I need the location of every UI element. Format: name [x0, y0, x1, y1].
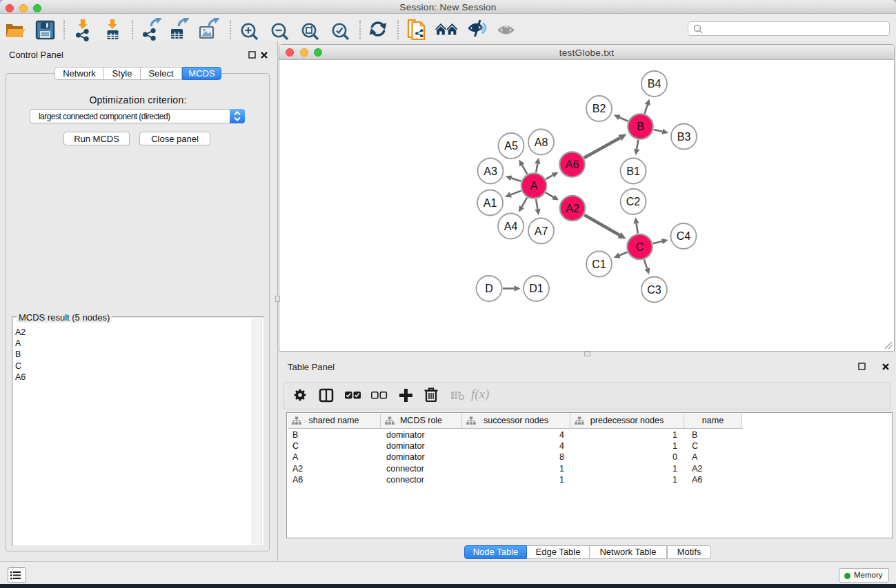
svg-text:A6: A6	[566, 159, 579, 170]
svg-text:A2: A2	[566, 203, 579, 214]
svg-text:B3: B3	[677, 131, 691, 143]
svg-text:A7: A7	[535, 225, 548, 237]
svg-text:C3: C3	[647, 284, 661, 296]
svg-text:A: A	[530, 180, 538, 192]
svg-text:C1: C1	[592, 258, 606, 270]
svg-text:B4: B4	[648, 78, 661, 90]
svg-text:A8: A8	[535, 136, 548, 148]
svg-text:A4: A4	[504, 221, 518, 232]
svg-text:C: C	[636, 241, 644, 253]
svg-text:D1: D1	[529, 283, 544, 294]
svg-text:D: D	[485, 283, 493, 294]
svg-text:B2: B2	[593, 103, 606, 114]
svg-text:C4: C4	[677, 230, 691, 242]
svg-text:f(x): f(x)	[471, 387, 489, 402]
svg-text:B: B	[637, 121, 644, 132]
svg-text:A1: A1	[484, 197, 497, 209]
svg-text:A5: A5	[504, 140, 518, 152]
svg-text:A3: A3	[484, 165, 497, 177]
svg-text:B1: B1	[626, 165, 640, 177]
svg-text:C2: C2	[626, 196, 641, 207]
